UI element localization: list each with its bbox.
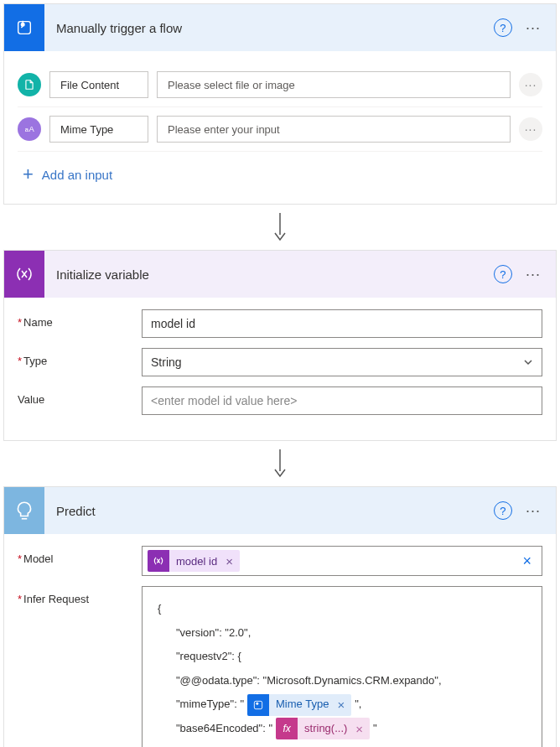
arrow-connector <box>3 444 557 486</box>
input-row-file: File Content Please select file or image… <box>18 63 542 107</box>
mime-type-token[interactable]: Mime Type × <box>247 694 351 716</box>
input-value[interactable]: Please select file or image <box>157 71 511 98</box>
clear-icon[interactable]: × <box>517 552 537 570</box>
add-input-label: Add an input <box>42 168 112 182</box>
arrow-connector <box>3 208 557 250</box>
model-input[interactable]: model id × × <box>142 546 542 576</box>
code-line: "version": "2.0", <box>158 621 526 646</box>
value-input[interactable]: <enter model id value here> <box>142 386 542 415</box>
code-line: "mimeType": " Mime Type × ", <box>158 693 526 717</box>
code-line: "requestv2": { <box>158 645 526 669</box>
token-remove-icon[interactable]: × <box>335 694 351 716</box>
code-line: } <box>158 741 526 747</box>
name-input[interactable]: model id <box>142 309 542 338</box>
fx-icon: fx <box>276 718 298 739</box>
token-label: Mime Type <box>269 694 335 716</box>
file-icon <box>18 73 41 96</box>
input-label[interactable]: Mime Type <box>49 116 148 143</box>
initvar-body: Name model id Type String Value <enter m… <box>4 298 556 440</box>
svg-rect-7 <box>254 701 262 708</box>
input-more-icon[interactable]: ··· <box>519 117 542 141</box>
name-label: Name <box>18 309 142 329</box>
initvar-title: Initialize variable <box>44 267 494 282</box>
initvar-card: Initialize variable ? ··· Name model id … <box>3 250 557 441</box>
add-input-button[interactable]: + Add an input <box>18 152 542 189</box>
token-label: string(...) <box>298 718 354 739</box>
code-line: { <box>158 597 526 621</box>
infer-request-input[interactable]: { "version": "2.0", "requestv2": { "@@od… <box>142 586 542 747</box>
input-value[interactable]: Please enter your input <box>157 116 511 143</box>
code-line: "base64Encoded": " fx string(...) × " <box>158 717 526 741</box>
help-icon[interactable]: ? <box>494 265 512 283</box>
type-label: Type <box>18 348 142 367</box>
trigger-card: Manually trigger a flow ? ··· File Conte… <box>3 3 557 205</box>
type-select[interactable]: String <box>142 348 542 376</box>
help-icon[interactable]: ? <box>494 18 512 37</box>
predict-header[interactable]: Predict ? ··· <box>4 487 556 534</box>
plus-icon: + <box>23 163 34 185</box>
trigger-body: File Content Please select file or image… <box>4 51 556 204</box>
chevron-down-icon <box>523 357 533 367</box>
svg-text:A: A <box>29 125 34 133</box>
infer-row: Infer Request { "version": "2.0", "reque… <box>18 586 542 747</box>
token-remove-icon[interactable]: × <box>224 554 240 568</box>
trigger-token-icon <box>247 694 269 716</box>
expression-token[interactable]: fx string(...) × <box>276 718 370 739</box>
model-token[interactable]: model id × <box>148 550 240 572</box>
more-icon[interactable]: ··· <box>521 19 546 37</box>
svg-point-8 <box>257 703 258 704</box>
value-row: Value <enter model id value here> <box>18 386 542 415</box>
variable-icon <box>4 251 44 298</box>
value-label: Value <box>18 386 142 406</box>
input-row-mime: aA Mime Type Please enter your input ··· <box>18 107 542 152</box>
name-row: Name model id <box>18 309 542 338</box>
model-row: Model model id × × <box>18 546 542 576</box>
more-icon[interactable]: ··· <box>521 502 546 520</box>
more-icon[interactable]: ··· <box>521 266 546 283</box>
trigger-icon <box>4 4 44 51</box>
help-icon[interactable]: ? <box>494 501 512 520</box>
svg-point-1 <box>21 23 24 27</box>
trigger-title: Manually trigger a flow <box>44 21 494 35</box>
input-label[interactable]: File Content <box>49 71 148 98</box>
predict-body: Model model id × × Infer Request { "vers… <box>4 534 556 747</box>
input-more-icon[interactable]: ··· <box>519 73 542 96</box>
initvar-header[interactable]: Initialize variable ? ··· <box>4 251 556 298</box>
variable-token-icon <box>148 550 169 572</box>
predict-title: Predict <box>44 504 494 518</box>
code-line: "@@odata.type": "Microsoft.Dynamics.CRM.… <box>158 669 526 693</box>
infer-label: Infer Request <box>18 586 142 605</box>
token-remove-icon[interactable]: × <box>354 718 370 739</box>
token-label: model id <box>169 555 224 568</box>
trigger-header[interactable]: Manually trigger a flow ? ··· <box>4 4 556 51</box>
type-value: String <box>151 355 182 369</box>
predict-card: Predict ? ··· Model model id × × Infer R… <box>3 486 557 747</box>
type-row: Type String <box>18 348 542 376</box>
model-label: Model <box>18 546 142 565</box>
text-icon: aA <box>18 117 41 141</box>
predict-icon <box>4 487 44 534</box>
